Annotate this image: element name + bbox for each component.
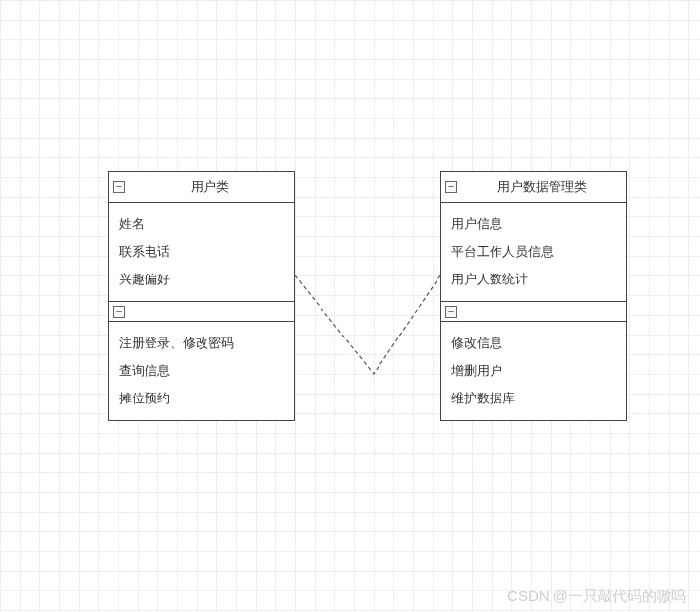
method: 维护数据库 xyxy=(451,385,616,412)
collapse-icon[interactable]: − xyxy=(113,181,125,193)
attributes-section: 姓名 联系电话 兴趣偏好 xyxy=(109,203,294,302)
attribute: 用户人数统计 xyxy=(451,266,616,293)
attribute: 姓名 xyxy=(119,211,284,238)
attribute: 联系电话 xyxy=(119,238,284,266)
method: 增删用户 xyxy=(451,357,616,385)
attribute: 兴趣偏好 xyxy=(119,266,284,293)
watermark: CSDN @一只敲代码的嗷呜 xyxy=(507,587,686,606)
class-title-row: − 用户类 xyxy=(109,172,294,203)
method: 注册登录、修改密码 xyxy=(119,330,284,357)
attribute: 平台工作人员信息 xyxy=(451,238,616,266)
collapse-icon[interactable]: − xyxy=(445,181,457,193)
methods-header: − xyxy=(441,302,626,322)
class-title: 用户数据管理类 xyxy=(497,179,587,194)
methods-header: − xyxy=(109,302,294,322)
methods-section: 修改信息 增删用户 维护数据库 xyxy=(441,322,626,420)
method: 摊位预约 xyxy=(119,385,284,412)
attributes-section: 用户信息 平台工作人员信息 用户人数统计 xyxy=(441,203,626,302)
method: 查询信息 xyxy=(119,357,284,385)
class-title-row: − 用户数据管理类 xyxy=(441,172,626,203)
class-title: 用户类 xyxy=(191,179,229,194)
collapse-icon[interactable]: − xyxy=(445,306,457,318)
uml-class-user[interactable]: − 用户类 姓名 联系电话 兴趣偏好 − 注册登录、修改密码 查询信息 摊位预约 xyxy=(108,171,295,421)
methods-section: 注册登录、修改密码 查询信息 摊位预约 xyxy=(109,322,294,420)
uml-class-user-data-mgr[interactable]: − 用户数据管理类 用户信息 平台工作人员信息 用户人数统计 − 修改信息 增删… xyxy=(440,171,627,421)
attribute: 用户信息 xyxy=(451,211,616,238)
collapse-icon[interactable]: − xyxy=(113,306,125,318)
method: 修改信息 xyxy=(451,330,616,357)
